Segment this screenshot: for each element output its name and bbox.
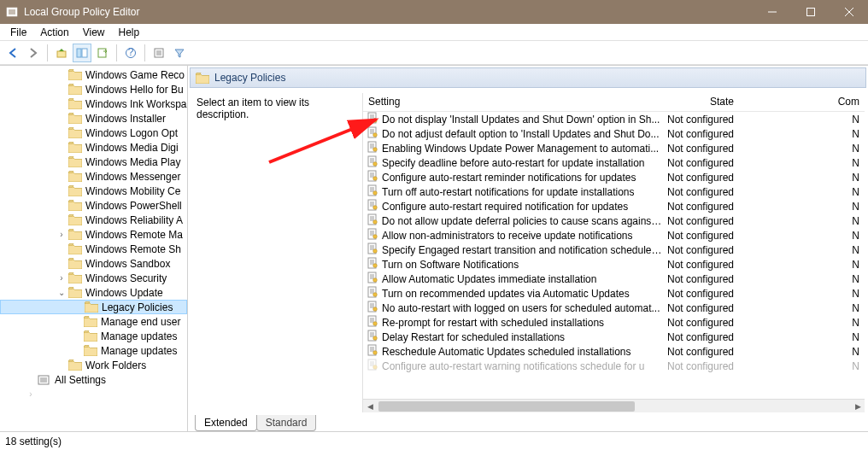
setting-row[interactable]: Turn on Software NotificationsNot config… xyxy=(363,257,865,272)
setting-row[interactable]: Specify deadline before auto-restart for… xyxy=(363,155,865,170)
tree-item[interactable]: Windows PowerShell xyxy=(0,198,187,213)
setting-name: Configure auto-restart required notifica… xyxy=(382,201,628,213)
tree-item[interactable]: Windows Media Digi xyxy=(0,140,187,155)
help-button[interactable]: ? xyxy=(121,44,140,62)
svg-point-36 xyxy=(373,148,378,152)
svg-point-81 xyxy=(373,278,378,283)
setting-row[interactable]: Configure auto-restart required notifica… xyxy=(363,199,865,213)
tree-item[interactable]: › xyxy=(0,387,187,401)
tree-item[interactable]: Manage end user xyxy=(0,314,187,329)
setting-comment: N xyxy=(782,360,865,372)
back-button[interactable] xyxy=(3,44,22,62)
scroll-right-arrow[interactable]: ▶ xyxy=(851,400,865,412)
tree-item[interactable]: ⌄Windows Update xyxy=(0,285,187,300)
setting-name: Enabling Windows Update Power Management… xyxy=(382,143,659,155)
expander-open-icon[interactable]: ⌄ xyxy=(56,288,67,297)
tree-item[interactable]: Windows Mobility Ce xyxy=(0,184,187,198)
show-hide-tree-button[interactable] xyxy=(73,44,91,62)
tree-item[interactable]: Windows Game Reco xyxy=(0,67,187,82)
statusbar: 18 setting(s) xyxy=(0,431,868,450)
minimize-button[interactable] xyxy=(753,0,791,24)
setting-row[interactable]: No auto-restart with logged on users for… xyxy=(363,301,865,315)
setting-row[interactable]: Enabling Windows Update Power Management… xyxy=(363,141,865,155)
export-list-button[interactable] xyxy=(93,44,112,62)
setting-state: Not configured xyxy=(662,114,782,126)
tree-item-label: Windows Messenger xyxy=(85,171,180,183)
maximize-button[interactable] xyxy=(791,0,830,24)
tree-item-label: All Settings xyxy=(55,374,106,386)
column-comment[interactable]: Com xyxy=(782,93,865,111)
setting-row[interactable]: Turn off auto-restart notifications for … xyxy=(363,184,865,199)
setting-row[interactable]: Do not display 'Install Updates and Shut… xyxy=(363,112,865,126)
tree-item[interactable]: Manage updates xyxy=(0,343,187,358)
window-title: Local Group Policy Editor xyxy=(24,6,753,18)
setting-row[interactable]: Do not adjust default option to 'Install… xyxy=(363,126,865,141)
tree-item[interactable]: All Settings xyxy=(0,372,187,387)
tree-item[interactable]: Windows Ink Workspa xyxy=(0,96,187,111)
setting-state: Not configured xyxy=(662,201,782,213)
expander-closed-icon[interactable]: › xyxy=(56,273,67,283)
setting-row[interactable]: Configure auto-restart warning notificat… xyxy=(363,359,865,373)
svg-point-76 xyxy=(373,264,378,268)
tree-item[interactable]: Manage updates xyxy=(0,329,187,343)
filter-button[interactable] xyxy=(170,44,189,62)
horizontal-scrollbar[interactable]: ◀ ▶ xyxy=(363,399,865,412)
tree-item-label: Windows Installer xyxy=(85,113,166,125)
setting-row[interactable]: Turn on recommended updates via Automati… xyxy=(363,286,865,301)
tree-item[interactable]: Windows Logon Opt xyxy=(0,126,187,140)
tree-item[interactable]: Legacy Policies xyxy=(0,300,187,314)
setting-row[interactable]: Re-prompt for restart with scheduled ins… xyxy=(363,315,865,330)
tree-item[interactable]: ›Windows Security xyxy=(0,271,187,285)
setting-comment: N xyxy=(782,302,865,314)
folder-icon xyxy=(68,142,82,153)
menu-action[interactable]: Action xyxy=(33,25,75,40)
tree-item-label: Work Folders xyxy=(85,359,146,371)
setting-state: Not configured xyxy=(662,186,782,198)
tree-item[interactable]: Windows Installer xyxy=(0,111,187,126)
properties-button[interactable] xyxy=(150,44,168,62)
tree-item[interactable]: Windows Remote Sh xyxy=(0,242,187,256)
detail-tabs: Extended Standard xyxy=(188,412,868,431)
expander-closed-icon[interactable]: › xyxy=(56,230,67,239)
toolbar: ? xyxy=(0,41,868,65)
setting-row[interactable]: Reschedule Automatic Updates scheduled i… xyxy=(363,344,865,359)
tree-item[interactable]: Work Folders xyxy=(0,358,187,372)
setting-row[interactable]: Configure auto-restart reminder notifica… xyxy=(363,170,865,184)
setting-name: Do not adjust default option to 'Install… xyxy=(382,128,660,140)
expander-closed-icon[interactable]: › xyxy=(26,389,36,399)
folder-icon xyxy=(68,214,82,225)
tree-item[interactable]: ›Windows Remote Ma xyxy=(0,227,187,242)
column-state[interactable]: State xyxy=(662,93,782,111)
setting-row[interactable]: Specify Engaged restart transition and n… xyxy=(363,243,865,257)
setting-row[interactable]: Delay Restart for scheduled installation… xyxy=(363,330,865,344)
folder-icon xyxy=(85,301,98,313)
description-prompt: Select an item to view its description. xyxy=(196,96,309,120)
scroll-left-arrow[interactable]: ◀ xyxy=(363,400,377,412)
tree-item[interactable]: Windows Reliability A xyxy=(0,213,187,227)
setting-row[interactable]: Allow non-administrators to receive upda… xyxy=(363,228,865,243)
close-button[interactable] xyxy=(830,0,868,24)
list-header: Setting State Com xyxy=(363,93,865,112)
tree-item[interactable]: Windows Hello for Bu xyxy=(0,82,187,96)
tree-item[interactable]: Windows Messenger xyxy=(0,169,187,184)
tree-item[interactable]: Windows Media Play xyxy=(0,155,187,169)
setting-row[interactable]: Allow Automatic Updates immediate instal… xyxy=(363,272,865,286)
list-rows: Do not display 'Install Updates and Shut… xyxy=(363,112,865,399)
up-button[interactable] xyxy=(52,44,71,62)
tab-standard[interactable]: Standard xyxy=(256,415,317,431)
column-setting[interactable]: Setting xyxy=(363,93,662,111)
tree-item[interactable]: Windows Sandbox xyxy=(0,256,187,271)
titlebar[interactable]: Local Group Policy Editor xyxy=(0,0,868,24)
tree-item-label: Windows Remote Sh xyxy=(85,243,181,255)
tree-item-label: Windows Game Reco xyxy=(85,69,185,81)
menu-file[interactable]: File xyxy=(3,25,33,40)
setting-comment: N xyxy=(782,259,865,271)
forward-button[interactable] xyxy=(24,44,43,62)
tab-extended[interactable]: Extended xyxy=(195,415,257,431)
tree-pane[interactable]: Windows Game RecoWindows Hello for BuWin… xyxy=(0,66,188,431)
scroll-thumb[interactable] xyxy=(378,401,635,412)
folder-icon xyxy=(68,229,82,240)
menu-help[interactable]: Help xyxy=(112,25,147,40)
menu-view[interactable]: View xyxy=(76,25,112,40)
setting-row[interactable]: Do not allow update deferral policies to… xyxy=(363,213,865,228)
